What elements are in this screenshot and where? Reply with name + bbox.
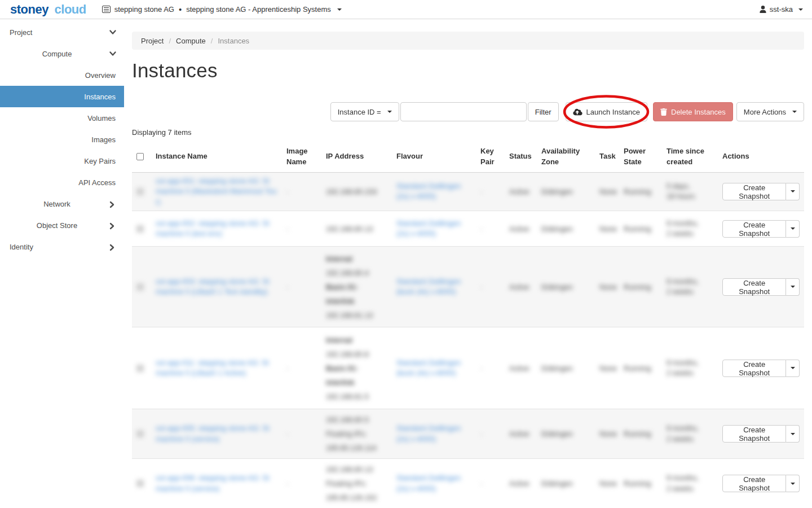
row-checkbox[interactable] bbox=[136, 480, 144, 487]
row-actions-dropdown-toggle[interactable] bbox=[786, 425, 800, 443]
sidebar-item-identity[interactable]: Identity bbox=[0, 236, 124, 257]
create-snapshot-button[interactable]: Create Snapshot bbox=[722, 475, 786, 492]
instance-name-link[interactable]: sst-app-006: stepping stone AG: Stmachin… bbox=[156, 473, 277, 494]
chevron-down-icon bbox=[791, 190, 795, 192]
flavour-link[interactable]: Standard Zwillingen(2x) v-4000) bbox=[396, 473, 471, 494]
filter-button[interactable]: Filter bbox=[528, 102, 559, 121]
filter-field-dropdown[interactable]: Instance ID = bbox=[330, 102, 399, 121]
instance-name-link[interactable]: sst-app-011: stepping stone AG: Stmachin… bbox=[156, 358, 277, 379]
col-header-key-pair[interactable]: Key Pair bbox=[476, 142, 505, 172]
breadcrumb-link-compute[interactable]: Compute bbox=[176, 37, 206, 45]
instance-name-link[interactable]: sst-app-003: stepping stone AG: Stmachin… bbox=[156, 277, 277, 297]
col-header-ip-address[interactable]: IP Address bbox=[321, 142, 392, 172]
row-select-cell bbox=[132, 409, 151, 459]
actions-cell: Create Snapshot bbox=[718, 172, 804, 211]
breadcrumb-link-project[interactable]: Project bbox=[141, 37, 164, 45]
flavour-link[interactable]: Standard Zwillingen(buck (4x) v-8000) bbox=[396, 358, 471, 379]
row-actions-dropdown-toggle[interactable] bbox=[786, 475, 800, 492]
logo-text-primary: stoney bbox=[10, 2, 48, 16]
sidebar-item-label: Instances bbox=[84, 93, 116, 101]
row-select-cell bbox=[132, 247, 151, 327]
sidebar-item-overview[interactable]: Overview bbox=[0, 64, 124, 86]
create-snapshot-button[interactable]: Create Snapshot bbox=[722, 183, 786, 200]
sidebar-item-key-pairs[interactable]: Key Pairs bbox=[0, 150, 124, 172]
col-header-status[interactable]: Status bbox=[505, 142, 537, 172]
create-snapshot-button[interactable]: Create Snapshot bbox=[722, 360, 786, 377]
row-checkbox[interactable] bbox=[136, 188, 144, 195]
actions-cell: Create Snapshot bbox=[718, 459, 804, 508]
instance-name-link[interactable]: sst-app-005: stepping stone AG: Stmachin… bbox=[156, 423, 277, 444]
create-snapshot-button[interactable]: Create Snapshot bbox=[722, 425, 786, 443]
row-checkbox[interactable] bbox=[136, 365, 144, 372]
create-snapshot-button[interactable]: Create Snapshot bbox=[722, 220, 786, 238]
power-state-cell: Running bbox=[619, 211, 662, 247]
flavour-link[interactable]: Standard Zwillingen(2x) v-4000) bbox=[396, 218, 471, 239]
col-header-image-name[interactable]: Image Name bbox=[282, 142, 321, 172]
sidebar-item-compute[interactable]: Compute bbox=[0, 43, 124, 64]
project-switcher[interactable]: stepping stone AG • stepping stone AG - … bbox=[102, 5, 342, 14]
filter-field-label: Instance ID = bbox=[338, 108, 381, 116]
instances-table: Instance NameImage NameIP AddressFlavour… bbox=[132, 142, 804, 508]
items-count: Displaying 7 items bbox=[132, 128, 804, 137]
availability-zone-cell: Dübingen bbox=[537, 327, 595, 409]
row-actions-dropdown-toggle[interactable] bbox=[786, 183, 800, 200]
row-select-cell bbox=[132, 327, 151, 409]
col-header-power-state[interactable]: Power State bbox=[619, 142, 662, 172]
ip-address-cell: 192.168.80.5Floating IPs:195.65.126.114 bbox=[321, 409, 392, 459]
sidebar-item-network[interactable]: Network bbox=[0, 193, 124, 214]
power-state-cell: Running bbox=[619, 247, 662, 327]
more-actions-label: More Actions bbox=[744, 108, 786, 116]
chevron-right-icon bbox=[109, 202, 116, 207]
delete-instances-button[interactable]: Delete Instances bbox=[653, 102, 733, 121]
row-checkbox[interactable] bbox=[136, 283, 144, 291]
row-checkbox[interactable] bbox=[136, 225, 144, 233]
table-row: sst-app-005: stepping stone AG: Stmachin… bbox=[132, 409, 804, 459]
chevron-right-icon bbox=[109, 223, 116, 228]
sidebar-item-project[interactable]: Project bbox=[0, 21, 124, 43]
availability-zone-cell: Dübingen bbox=[537, 459, 595, 508]
user-menu[interactable]: sst-ska bbox=[760, 5, 803, 14]
flavour-link[interactable]: Standard Zwillingen(2x) v-4000) bbox=[396, 181, 471, 202]
sidebar-item-instances[interactable]: Instances bbox=[0, 86, 124, 107]
col-header-time-since-created[interactable]: Time since created bbox=[662, 142, 718, 172]
time-since-created-cell: 9 months,2 weeks bbox=[662, 409, 718, 459]
sidebar-item-api-access[interactable]: API Access bbox=[0, 172, 124, 193]
power-state-cell: Running bbox=[619, 409, 662, 459]
select-all-checkbox[interactable] bbox=[136, 153, 144, 160]
image-name-cell: - bbox=[282, 409, 321, 459]
row-select-cell bbox=[132, 459, 151, 508]
row-actions-dropdown-toggle[interactable] bbox=[786, 220, 800, 238]
breadcrumb-separator: / bbox=[211, 37, 213, 45]
row-actions-dropdown-toggle[interactable] bbox=[786, 278, 800, 296]
create-snapshot-button[interactable]: Create Snapshot bbox=[722, 278, 786, 296]
col-header-task[interactable]: Task bbox=[595, 142, 619, 172]
sidebar-item-images[interactable]: Images bbox=[0, 129, 124, 150]
table-row: sst-app-006: stepping stone AG: Stmachin… bbox=[132, 459, 804, 508]
chevron-down-icon bbox=[387, 111, 392, 113]
col-header-availability-zone[interactable]: Availability Zone bbox=[537, 142, 595, 172]
flavour-cell: Standard Zwillingen(2x) v-4000) bbox=[392, 459, 476, 508]
chevron-down-icon bbox=[798, 8, 803, 11]
row-actions-dropdown-toggle[interactable] bbox=[786, 360, 800, 377]
row-checkbox[interactable] bbox=[136, 430, 144, 437]
col-header-flavour[interactable]: Flavour bbox=[392, 142, 476, 172]
flavour-link[interactable]: Standard Zwillingen(2x) v-4000) bbox=[396, 423, 471, 444]
username: sst-ska bbox=[770, 5, 793, 14]
sidebar-item-volumes[interactable]: Volumes bbox=[0, 107, 124, 129]
topbar: stoney cloud stepping stone AG • steppin… bbox=[0, 0, 812, 19]
instance-name-link[interactable]: sst-app-001: stepping stone AG: Stmachin… bbox=[156, 176, 277, 208]
col-header-select bbox=[132, 142, 151, 172]
task-cell: None bbox=[595, 172, 619, 211]
row-select-cell bbox=[132, 211, 151, 247]
filter-search-input[interactable] bbox=[400, 102, 527, 121]
instance-name-link[interactable]: sst-app-002: stepping stone AG: Stmachin… bbox=[156, 218, 277, 239]
launch-instance-button[interactable]: Launch Instance bbox=[566, 102, 647, 121]
sidebar-item-object-store[interactable]: Object Store bbox=[0, 214, 124, 236]
sidebar: ProjectComputeOverviewInstancesVolumesIm… bbox=[0, 19, 124, 508]
chevron-down-icon bbox=[109, 51, 116, 56]
more-actions-button[interactable]: More Actions bbox=[736, 102, 804, 121]
app-logo[interactable]: stoney cloud bbox=[10, 2, 86, 17]
flavour-link[interactable]: Standard Zwillingen(buck (4x) v-8000) bbox=[396, 277, 471, 297]
col-header-instance-name[interactable]: Instance Name bbox=[151, 142, 282, 172]
context-separator: • bbox=[179, 5, 182, 14]
